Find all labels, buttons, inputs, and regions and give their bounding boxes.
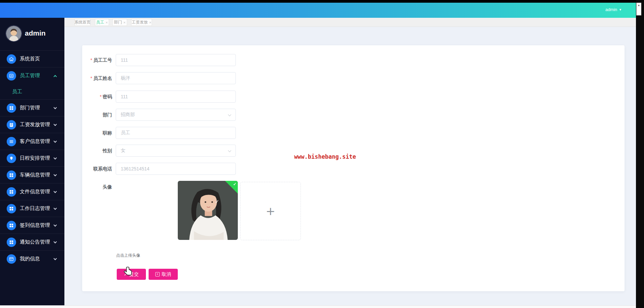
sidebar-item-my-info[interactable]: 我的信息: [0, 250, 64, 267]
user-menu-label: admin: [605, 7, 617, 12]
field-label: 职称: [82, 127, 112, 139]
submit-button[interactable]: ✓ 提交: [117, 269, 146, 280]
grid-icon: [7, 221, 16, 230]
field-label: *员工工号: [82, 54, 112, 66]
close-icon[interactable]: ×: [123, 20, 125, 24]
chevron-down-icon: [54, 123, 57, 126]
chevron-down-icon: [54, 240, 57, 244]
employee-mgmt-icon: [7, 71, 16, 81]
select-value: 女: [121, 148, 125, 154]
sidebar-item-label: 我的信息: [20, 256, 40, 262]
sidebar-item-schedule-mgmt[interactable]: 日程安排管理: [0, 150, 64, 166]
sidebar-item-label: 文件信息管理: [20, 189, 50, 195]
required-asterisk: *: [100, 94, 102, 99]
site-watermark: www.bishebang.site: [294, 153, 356, 160]
grid-icon: [7, 238, 16, 247]
grid-icon: [7, 204, 16, 213]
submit-button-label: 提交: [129, 271, 139, 277]
sidebar-item-label: 系统首页: [20, 56, 40, 62]
form-row-employee-id: *员工工号: [82, 54, 283, 66]
tab-label: 部门: [114, 19, 122, 25]
check-icon: ✓: [233, 182, 236, 187]
sidebar-subitem-label: 员工: [12, 89, 22, 95]
chevron-down-icon: [54, 257, 57, 260]
sidebar-item-department-mgmt[interactable]: 部门管理: [0, 99, 64, 116]
scrollbar-up-arrow[interactable]: ▲: [636, 3, 641, 15]
department-select[interactable]: 招商部: [116, 109, 236, 121]
chevron-down-icon: [54, 140, 57, 143]
grid-icon: [7, 103, 16, 113]
sidebar-item-label: 通知公告管理: [20, 239, 50, 245]
sidebar-item-checkin-mgmt[interactable]: 签到信息管理: [0, 217, 64, 234]
tab-home[interactable]: 系统首页: [74, 19, 91, 26]
field-label: 性别: [82, 145, 112, 157]
uploaded-avatar-photo[interactable]: ✓ ✓: [178, 181, 238, 240]
list-icon: [7, 137, 16, 146]
tab-label: 系统首页: [74, 19, 91, 25]
sidebar-item-label: 日程安排管理: [20, 155, 50, 161]
phone-input[interactable]: [116, 163, 236, 175]
grid-icon: [7, 187, 16, 197]
sidebar-user-panel: admin: [0, 18, 64, 50]
required-asterisk: *: [91, 57, 92, 63]
field-label: *员工姓名: [82, 72, 112, 84]
check-icon: ✓: [124, 272, 127, 276]
form-row-title: 职称: [82, 127, 283, 139]
avatar-upload-dropzone[interactable]: +: [240, 182, 301, 240]
user-menu[interactable]: admin ▼: [605, 7, 622, 12]
tab-department[interactable]: 部门 ×: [112, 19, 127, 26]
form-row-department: 部门 招商部: [82, 109, 283, 121]
chevron-down-icon: [54, 207, 57, 210]
form-row-employee-name: *员工姓名: [82, 72, 283, 84]
clipboard-icon: [7, 120, 16, 130]
employee-name-input[interactable]: [116, 72, 236, 84]
card-icon: [7, 254, 16, 264]
field-label: 联系电话: [82, 163, 112, 175]
form-row-gender: 性别 女: [82, 145, 283, 157]
chevron-down-icon: [54, 173, 57, 176]
employee-form-card: *员工工号 *员工姓名 *密码 部门 招商部 职称 性别 女: [82, 45, 625, 291]
window-right-edge: ▲: [636, 0, 644, 308]
sidebar-item-label: 签到信息管理: [20, 222, 50, 228]
sidebar-item-home[interactable]: 系统首页: [0, 50, 64, 67]
field-label: 头像: [82, 181, 112, 193]
tab-salary[interactable]: 工资发放 ×: [131, 19, 152, 26]
password-input[interactable]: [116, 91, 236, 103]
bulb-icon: [7, 154, 16, 163]
tab-employee[interactable]: 员工 ×: [95, 19, 109, 26]
cancel-button[interactable]: × 取消: [149, 269, 178, 280]
employee-id-input[interactable]: [116, 54, 236, 66]
chevron-down-icon: [228, 113, 231, 116]
sidebar-item-salary-mgmt[interactable]: 工资发放管理: [0, 116, 64, 133]
job-title-input[interactable]: [116, 127, 236, 139]
home-icon: [7, 54, 16, 64]
sidebar-subitem-employee[interactable]: 员工: [0, 84, 64, 99]
sidebar-item-label: 工资发放管理: [20, 121, 50, 128]
upload-hint: 点击上传头像: [116, 253, 140, 258]
sidebar-item-file-mgmt[interactable]: 文件信息管理: [0, 183, 64, 200]
sidebar-item-customer-mgmt[interactable]: 客户信息管理: [0, 133, 64, 150]
grid-icon: [7, 170, 16, 180]
sidebar-item-vehicle-mgmt[interactable]: 车辆信息管理: [0, 166, 64, 183]
sidebar-item-label: 车辆信息管理: [20, 172, 50, 178]
close-icon[interactable]: ×: [149, 20, 151, 24]
sidebar-item-notice-mgmt[interactable]: 通知公告管理: [0, 234, 64, 250]
horizontal-scrollbar[interactable]: [0, 305, 636, 308]
chevron-down-icon: [228, 149, 231, 152]
sidebar-item-label: 客户信息管理: [20, 138, 50, 145]
sidebar-item-employee-mgmt[interactable]: 员工管理: [0, 67, 64, 84]
close-icon[interactable]: ×: [106, 20, 108, 24]
avatar: [5, 25, 22, 42]
sidebar-username: admin: [25, 29, 46, 37]
chevron-down-icon: [54, 223, 57, 227]
sidebar-item-label: 员工管理: [20, 72, 40, 79]
chevron-up-icon: [54, 75, 57, 79]
sidebar-item-worklog-mgmt[interactable]: 工作日志管理: [0, 200, 64, 217]
tab-label: 员工: [96, 19, 104, 25]
gender-select[interactable]: 女: [116, 145, 236, 157]
top-header-bar: admin ▼: [0, 3, 636, 18]
sidebar: admin 系统首页 员工管理 员工 部门管理 工资发放管理 客户信: [0, 18, 64, 305]
main-content: *员工工号 *员工姓名 *密码 部门 招商部 职称 性别 女: [64, 27, 636, 305]
form-row-phone: 联系电话: [82, 163, 283, 175]
chevron-down-icon: [54, 106, 57, 109]
